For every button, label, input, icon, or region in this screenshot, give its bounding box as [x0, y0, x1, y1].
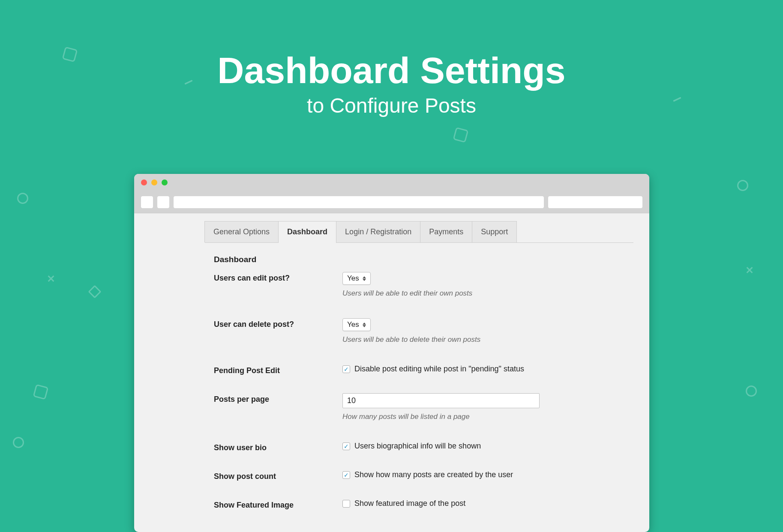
checkbox-pending-post-edit[interactable]: ✓: [342, 365, 350, 373]
select-users-can-edit[interactable]: Yes: [342, 272, 371, 285]
search-bar[interactable]: [548, 196, 642, 208]
hint-user-can-delete: Users will be able to delete their own p…: [342, 335, 600, 344]
checkbox-show-featured-image[interactable]: [342, 500, 350, 508]
row-show-user-bio: Show user bio ✓ Users biographical info …: [214, 442, 600, 452]
label-show-post-count: Show post count: [214, 470, 342, 481]
section-title: Dashboard: [214, 255, 649, 264]
row-users-can-edit: Users can edit post? Yes Users will be a…: [214, 272, 600, 298]
label-user-can-delete: User can delete post?: [214, 318, 342, 329]
chevron-updown-icon: [363, 323, 366, 327]
checkbox-label-pending: Disable post editing while post in "pend…: [354, 365, 524, 374]
select-value: Yes: [347, 320, 359, 329]
tabs: General Options Dashboard Login / Regist…: [205, 221, 633, 243]
hero: Dashboard Settings to Configure Posts: [0, 51, 783, 117]
window-zoom-icon[interactable]: [162, 179, 168, 185]
label-posts-per-page: Posts per page: [214, 393, 342, 404]
window-minimize-icon[interactable]: [151, 179, 157, 185]
row-pending-post-edit: Pending Post Edit ✓ Disable post editing…: [214, 365, 600, 375]
settings-form: Users can edit post? Yes Users will be a…: [214, 272, 649, 510]
titlebar: [134, 174, 649, 191]
content: General Options Dashboard Login / Regist…: [134, 221, 649, 510]
chevron-updown-icon: [363, 276, 366, 281]
label-show-user-bio: Show user bio: [214, 442, 342, 452]
tab-support[interactable]: Support: [472, 221, 517, 242]
label-show-featured-image: Show Featured Image: [214, 499, 342, 510]
nav-forward-button[interactable]: [157, 196, 169, 208]
checkbox-label-count: Show how many posts are created by the u…: [354, 470, 513, 479]
hero-title: Dashboard Settings: [0, 51, 783, 90]
input-posts-per-page[interactable]: [342, 393, 540, 408]
row-show-post-count: Show post count ✓ Show how many posts ar…: [214, 470, 600, 481]
select-user-can-delete[interactable]: Yes: [342, 318, 371, 331]
tab-login-registration[interactable]: Login / Registration: [336, 221, 420, 242]
hero-subtitle: to Configure Posts: [0, 94, 783, 117]
select-value: Yes: [347, 274, 359, 283]
address-bar[interactable]: [174, 196, 544, 208]
row-show-featured-image: Show Featured Image Show featured image …: [214, 499, 600, 510]
row-user-can-delete: User can delete post? Yes Users will be …: [214, 318, 600, 344]
label-pending-post-edit: Pending Post Edit: [214, 365, 342, 375]
label-users-can-edit: Users can edit post?: [214, 272, 342, 283]
checkbox-label-featured: Show featured image of the post: [354, 499, 465, 508]
checkbox-label-bio: Users biographical info will be shown: [354, 442, 481, 451]
hint-posts-per-page: How many posts will be listed in a page: [342, 412, 600, 421]
row-posts-per-page: Posts per page How many posts will be li…: [214, 393, 600, 421]
tab-dashboard[interactable]: Dashboard: [278, 221, 336, 242]
nav-back-button[interactable]: [141, 196, 153, 208]
browser-window: General Options Dashboard Login / Regist…: [134, 174, 649, 532]
checkbox-show-post-count[interactable]: ✓: [342, 471, 350, 479]
hint-users-can-edit: Users will be able to edit their own pos…: [342, 289, 600, 298]
window-close-icon[interactable]: [141, 179, 147, 185]
tab-general-options[interactable]: General Options: [204, 221, 279, 242]
toolbar: [134, 191, 649, 213]
tab-payments[interactable]: Payments: [420, 221, 472, 242]
checkbox-show-user-bio[interactable]: ✓: [342, 442, 350, 450]
